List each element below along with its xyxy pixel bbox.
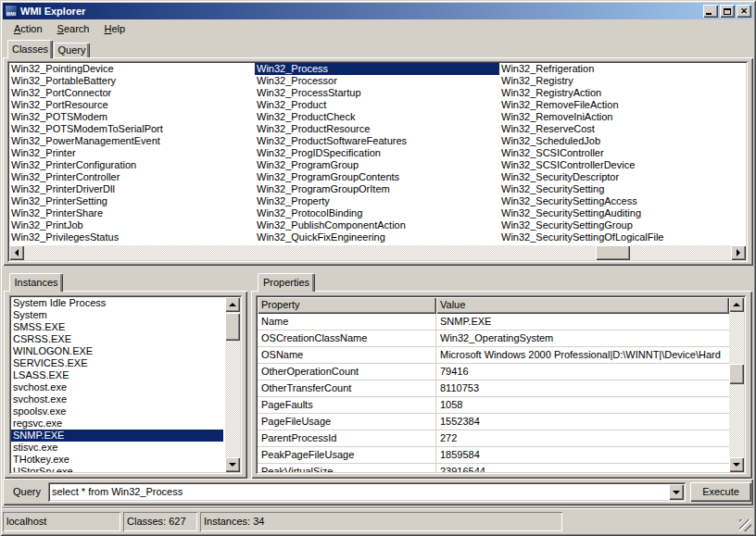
property-row[interactable]: PeakVirtualSize23916544 [258, 464, 729, 472]
menu-action[interactable]: Action [6, 21, 50, 36]
property-row[interactable]: OSCreationClassNameWin32_OperatingSystem [258, 330, 729, 347]
class-item[interactable]: Win32_SecurityDescriptor [499, 171, 746, 183]
vertical-scroll-thumb[interactable] [729, 364, 744, 384]
app-icon[interactable]: WMI [5, 5, 18, 18]
instance-item[interactable]: System Idle Process [11, 297, 223, 309]
class-item[interactable]: Win32_SecuritySettingAccess [499, 195, 746, 207]
classes-listbox[interactable]: Win32_PointingDeviceWin32_PortableBatter… [7, 61, 748, 262]
execute-button[interactable]: Execute [690, 482, 751, 502]
scroll-up-button[interactable] [729, 297, 744, 312]
tab-query[interactable]: Query [54, 43, 90, 57]
minimize-button[interactable] [703, 5, 718, 18]
class-item[interactable]: Win32_Process [255, 63, 499, 75]
property-row[interactable]: OSNameMicrosoft Windows 2000 Professiona… [258, 347, 729, 364]
resize-grip-icon[interactable] [739, 519, 751, 531]
class-item[interactable]: Win32_ProgramGroupOrItem [255, 183, 499, 195]
tab-classes[interactable]: Classes [7, 40, 53, 58]
tab-instances[interactable]: Instances [9, 273, 63, 292]
scroll-right-button[interactable] [731, 245, 746, 260]
class-item[interactable]: Win32_RegistryAction [499, 87, 746, 99]
class-item[interactable]: Win32_PortConnector [9, 87, 255, 99]
instance-item[interactable]: SERVICES.EXE [11, 357, 223, 369]
class-item[interactable]: Win32_ProductCheck [255, 111, 499, 123]
class-item[interactable]: Win32_Product [255, 99, 499, 111]
instance-item[interactable]: regsvc.exe [11, 418, 223, 430]
class-item[interactable]: Win32_ProgIDSpecification [255, 147, 499, 159]
class-item[interactable]: Win32_POTSModemToSerialPort [9, 123, 255, 135]
query-combobox[interactable]: select * from Win32_Process [48, 482, 686, 502]
class-item[interactable]: Win32_Registry [499, 75, 746, 87]
instance-item[interactable]: System [11, 309, 223, 321]
column-header-property[interactable]: Property [258, 297, 436, 314]
class-item[interactable]: Win32_Processor [255, 75, 499, 87]
class-item[interactable]: Win32_SCSIControllerDevice [499, 159, 746, 171]
properties-vertical-scrollbar[interactable] [729, 297, 744, 472]
class-item[interactable]: Win32_Printer [9, 147, 255, 159]
instance-item[interactable]: stisvc.exe [11, 442, 223, 454]
query-input[interactable]: select * from Win32_Process [52, 485, 665, 499]
class-item[interactable]: Win32_PublishComponentAction [255, 219, 499, 231]
property-row[interactable]: NameSNMP.EXE [258, 314, 729, 330]
class-item[interactable]: Win32_SecuritySetting [499, 183, 746, 195]
instance-item[interactable]: WINLOGON.EXE [11, 345, 223, 357]
menu-search[interactable]: Search [50, 21, 97, 36]
instances-vertical-scrollbar[interactable] [225, 297, 240, 472]
class-item[interactable]: Win32_PortResource [9, 99, 255, 111]
class-item[interactable]: Win32_PointingDevice [9, 63, 255, 75]
close-button[interactable]: ✕ [737, 5, 751, 18]
class-item[interactable]: Win32_SecuritySettingAuditing [499, 207, 746, 219]
instance-item[interactable]: UStorSrv.exe [11, 466, 223, 472]
column-header-value[interactable]: Value [436, 297, 729, 314]
scroll-down-button[interactable] [729, 457, 744, 472]
class-item[interactable]: Win32_ProcessStartup [255, 87, 499, 99]
class-item[interactable]: Win32_SCSIController [499, 147, 746, 159]
class-item[interactable]: Win32_ProgramGroup [255, 159, 499, 171]
horizontal-scroll-thumb[interactable] [596, 245, 630, 260]
class-item[interactable]: Win32_PrinterShare [9, 207, 255, 219]
property-row[interactable]: PageFaults1058 [258, 397, 729, 414]
class-item[interactable]: Win32_ScheduledJob [499, 135, 746, 147]
property-row[interactable]: ParentProcessId272 [258, 430, 729, 447]
class-item[interactable]: Win32_PrinterSetting [9, 195, 255, 207]
menu-help[interactable]: Help [96, 21, 132, 36]
class-item[interactable]: Win32_PrinterController [9, 171, 255, 183]
property-row[interactable]: OtherOperationCount79416 [258, 364, 729, 380]
class-item[interactable]: Win32_PrinterDriverDll [9, 183, 255, 195]
instance-item[interactable]: svchost.exe [11, 381, 223, 393]
classes-horizontal-scrollbar[interactable] [9, 245, 746, 260]
class-item[interactable]: Win32_Refrigeration [499, 63, 746, 75]
class-item[interactable]: Win32_Property [255, 195, 499, 207]
class-item[interactable]: Win32_SecuritySettingGroup [499, 219, 746, 231]
class-item[interactable]: Win32_ReserveCost [499, 123, 746, 135]
instance-item[interactable]: THotkey.exe [11, 454, 223, 466]
titlebar[interactable]: WMI WMI Explorer ✕ [3, 3, 753, 19]
instances-listbox[interactable]: System Idle ProcessSystemSMSS.EXECSRSS.E… [9, 295, 242, 474]
class-item[interactable]: Win32_SecuritySettingOfLogicalFile [499, 231, 746, 243]
instance-item[interactable]: spoolsv.exe [11, 405, 223, 418]
class-item[interactable]: Win32_ProtocolBinding [255, 207, 499, 219]
class-item[interactable]: Win32_ProductSoftwareFeatures [255, 135, 499, 147]
query-dropdown-button[interactable] [669, 484, 684, 500]
maximize-button[interactable] [720, 5, 735, 18]
class-item[interactable]: Win32_PrivilegesStatus [9, 231, 255, 243]
property-row[interactable]: PeakPageFileUsage1859584 [258, 447, 729, 464]
property-row[interactable]: OtherTransferCount8110753 [258, 380, 729, 397]
instance-item[interactable]: CSRSS.EXE [11, 333, 223, 345]
class-item[interactable]: Win32_PrintJob [9, 219, 255, 231]
class-item[interactable]: Win32_PrinterConfiguration [9, 159, 255, 171]
instance-item[interactable]: LSASS.EXE [11, 369, 223, 381]
class-item[interactable]: Win32_QuickFixEngineering [255, 231, 499, 243]
property-row[interactable]: PageFileUsage1552384 [258, 414, 729, 430]
class-item[interactable]: Win32_POTSModem [9, 111, 255, 123]
class-item[interactable]: Win32_PowerManagementEvent [9, 135, 255, 147]
scroll-up-button[interactable] [225, 297, 240, 312]
class-item[interactable]: Win32_PortableBattery [9, 75, 255, 87]
class-item[interactable]: Win32_RemoveFileAction [499, 99, 746, 111]
instance-item[interactable]: SNMP.EXE [11, 430, 223, 442]
tab-properties[interactable]: Properties [258, 273, 315, 292]
vertical-scroll-thumb[interactable] [225, 313, 240, 341]
class-item[interactable]: Win32_ProgramGroupContents [255, 171, 499, 183]
scroll-down-button[interactable] [225, 457, 240, 472]
instance-item[interactable]: svchost.exe [11, 393, 223, 405]
class-item[interactable]: Win32_RemoveIniAction [499, 111, 746, 123]
